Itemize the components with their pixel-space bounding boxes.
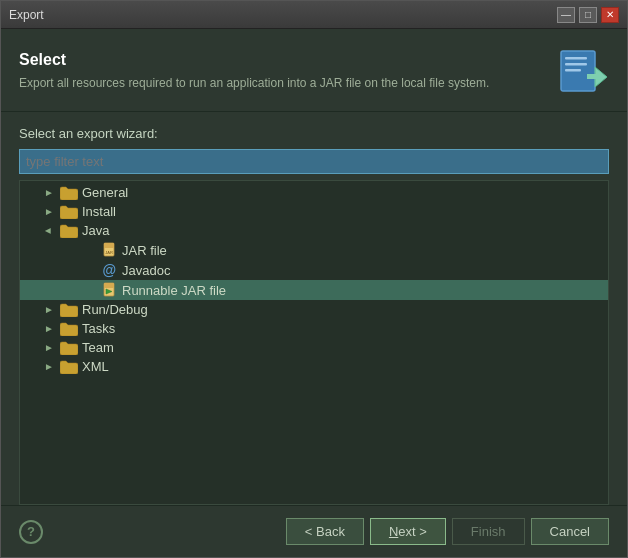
header-icon-container [557,45,609,97]
tree-item-runnable-jar[interactable]: ► Runnable JAR file [20,280,608,300]
svg-rect-5 [587,74,597,79]
arrow-team: ► [42,341,56,355]
folder-icon-xml [60,360,78,374]
install-label: Install [82,204,116,219]
header-description: Export all resources required to run an … [19,75,499,92]
folder-icon-run-debug [60,303,78,317]
svg-rect-3 [565,69,581,72]
filter-input[interactable] [19,149,609,174]
arrow-xml: ► [42,360,56,374]
tree-item-install[interactable]: ► Install [20,202,608,221]
cancel-button[interactable]: Cancel [531,518,609,545]
titlebar: Export — □ ✕ [1,1,627,29]
java-label: Java [82,223,109,238]
xml-label: XML [82,359,109,374]
window-title: Export [9,8,557,22]
header-text: Select Export all resources required to … [19,51,557,92]
arrow-tasks: ► [42,322,56,336]
javadoc-label: Javadoc [122,263,170,278]
tree-item-java[interactable]: ▼ Java [20,221,608,240]
svg-rect-1 [565,57,587,60]
header-section: Select Export all resources required to … [1,29,627,112]
svg-rect-7 [104,243,114,248]
titlebar-controls: — □ ✕ [557,7,619,23]
team-label: Team [82,340,114,355]
tree-item-team[interactable]: ► Team [20,338,608,357]
tree-item-general[interactable]: ► General [20,183,608,202]
folder-icon-install [60,205,78,219]
runnable-jar-label: Runnable JAR file [122,283,226,298]
finish-button[interactable]: Finish [452,518,525,545]
page-title: Select [19,51,557,69]
tree-item-xml[interactable]: ► XML [20,357,608,376]
minimize-button[interactable]: — [557,7,575,23]
next-button[interactable]: Next > [370,518,446,545]
arrow-install: ► [42,205,56,219]
help-button[interactable]: ? [19,520,43,544]
svg-text:JAR: JAR [105,250,113,255]
arrow-general: ► [42,186,56,200]
close-button[interactable]: ✕ [601,7,619,23]
export-dialog: Export — □ ✕ Select Export all resources… [0,0,628,558]
folder-icon-team [60,341,78,355]
arrow-java: ▼ [42,224,56,238]
folder-icon-java [60,224,78,238]
jar-icon: JAR [100,242,118,258]
svg-rect-10 [104,283,114,288]
content-section: Select an export wizard: ► General ► [1,112,627,505]
tree-container[interactable]: ► General ► Install [19,180,609,505]
tasks-label: Tasks [82,321,115,336]
wizard-label: Select an export wizard: [19,126,609,141]
maximize-button[interactable]: □ [579,7,597,23]
jar-label: JAR file [122,243,167,258]
footer-buttons: < Back Next > Finish Cancel [286,518,609,545]
tree-item-javadoc[interactable]: ► @ Javadoc [20,260,608,280]
runnable-jar-icon [100,282,118,298]
export-icon [559,47,607,95]
tree-item-jar[interactable]: ► JAR JAR file [20,240,608,260]
javadoc-icon: @ [100,262,118,278]
svg-rect-2 [565,63,587,66]
back-button[interactable]: < Back [286,518,364,545]
folder-icon-general [60,186,78,200]
next-label: Next > [389,524,427,539]
footer: ? < Back Next > Finish Cancel [1,505,627,557]
arrow-run-debug: ► [42,303,56,317]
tree-item-tasks[interactable]: ► Tasks [20,319,608,338]
run-debug-label: Run/Debug [82,302,148,317]
tree-item-run-debug[interactable]: ► Run/Debug [20,300,608,319]
general-label: General [82,185,128,200]
folder-icon-tasks [60,322,78,336]
